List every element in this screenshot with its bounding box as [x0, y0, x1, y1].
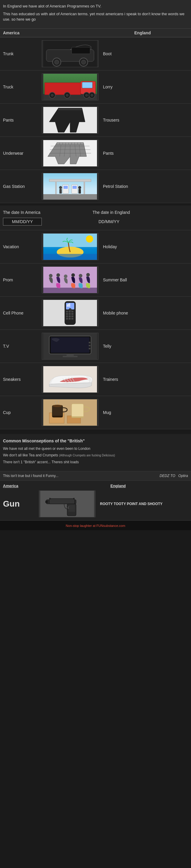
pants-image — [42, 106, 98, 133]
row-truck: Truck — [0, 70, 191, 104]
date-america-format: MM/DD/YY — [3, 218, 42, 225]
svg-rect-102 — [52, 416, 63, 417]
america-cup: Cup — [3, 410, 42, 415]
america-vacation: Vacation — [3, 244, 42, 249]
svg-point-57 — [86, 236, 93, 243]
svg-point-19 — [90, 94, 93, 97]
credits-dedz: DEDZ TO — [160, 474, 175, 478]
svg-rect-116 — [45, 501, 48, 503]
header-middle — [63, 30, 134, 35]
row-prom: Prom — [0, 264, 191, 297]
intro-section: In England we have alot of American Prog… — [0, 0, 191, 29]
svg-rect-71 — [69, 303, 70, 307]
misc-divider — [0, 429, 191, 434]
row-pants: Pants Trousers — [0, 104, 191, 137]
america-truck: Truck — [3, 85, 42, 89]
svg-rect-11 — [82, 82, 93, 88]
header-england: England — [134, 30, 188, 35]
svg-rect-79 — [69, 315, 71, 317]
gun-content-row: Gun — [3, 491, 188, 517]
prom-image — [42, 267, 98, 293]
america-gas-station: Gas Station — [3, 184, 42, 189]
svg-rect-31 — [57, 143, 84, 145]
svg-rect-43 — [55, 182, 57, 194]
vacation-image — [42, 233, 98, 260]
sneakers-image — [42, 366, 98, 393]
svg-point-49 — [59, 186, 62, 189]
england-holiday: Holiday — [98, 244, 188, 249]
svg-rect-69 — [67, 304, 68, 307]
svg-point-64 — [86, 273, 90, 277]
svg-rect-101 — [52, 405, 63, 417]
row-cup: Cup — [0, 396, 191, 429]
svg-point-17 — [85, 94, 88, 97]
svg-rect-21 — [58, 108, 82, 110]
america-pants: Pants — [3, 118, 42, 122]
misc-item-2: We don't all like Tea and Crumpets (Alth… — [3, 453, 188, 458]
gun-image — [39, 491, 96, 517]
table-header: America England — [0, 29, 191, 37]
america-underwear: Underwear — [3, 151, 42, 156]
svg-point-60 — [56, 273, 60, 277]
svg-rect-48 — [72, 186, 77, 189]
tv-icon — [42, 333, 98, 359]
row-gas-station: Gas Station — [0, 170, 191, 203]
cell-phone-image — [42, 300, 98, 327]
row-tv: T.V Telly — [0, 330, 191, 363]
svg-rect-42 — [49, 179, 91, 182]
svg-point-90 — [89, 342, 90, 343]
cup-image — [42, 399, 98, 426]
intro-line2: This has educated us with alot of Americ… — [3, 11, 188, 22]
misc-item-3: There isn't 1 "British" accent... Theres… — [3, 460, 188, 465]
footer-text: Non-stop laughter at FUNsubstance.com — [66, 524, 125, 527]
svg-point-84 — [69, 308, 72, 311]
date-america-header: The date In America — [3, 210, 93, 215]
svg-point-62 — [71, 273, 75, 277]
row-trunk: Trunk Boot — [0, 37, 191, 70]
svg-rect-56 — [43, 254, 97, 260]
england-trousers: Trousers — [98, 118, 188, 122]
trunk-icon — [42, 41, 98, 67]
svg-rect-77 — [71, 313, 73, 315]
svg-rect-76 — [69, 313, 71, 315]
gas-station-icon — [42, 173, 98, 199]
america-prom: Prom — [3, 278, 42, 282]
svg-rect-65 — [43, 288, 97, 293]
credits-row: This isn't true but i found it Funny... … — [0, 471, 191, 480]
underwear-image — [42, 140, 98, 167]
america-cell-phone: Cell Phone — [3, 311, 42, 315]
svg-rect-78 — [66, 315, 68, 317]
date-england-format: DD/MM/YY — [48, 219, 188, 224]
gas-station-image — [42, 173, 98, 200]
england-trainers: Trainers — [98, 377, 188, 382]
date-england-header: The date in England — [93, 210, 188, 215]
svg-rect-83 — [71, 318, 73, 319]
svg-point-13 — [51, 94, 54, 97]
svg-rect-118 — [49, 498, 51, 499]
svg-point-61 — [64, 275, 67, 278]
england-telly: Telly — [98, 344, 188, 348]
header-america: America — [3, 30, 63, 35]
sneakers-icon — [42, 366, 98, 393]
svg-rect-75 — [66, 313, 68, 315]
trunk-image — [42, 40, 98, 67]
england-pants: Pants — [98, 151, 188, 156]
cell-phone-icon — [42, 300, 98, 326]
svg-rect-117 — [73, 498, 74, 499]
vacation-icon — [42, 234, 98, 260]
gun-england-word: ROOTY TOOTY POINT AND SHOOTY — [96, 502, 188, 506]
svg-rect-88 — [67, 354, 74, 356]
tv-image — [42, 333, 98, 360]
credits-optira: Optira — [178, 474, 188, 478]
pants-icon — [42, 107, 98, 133]
footer: Non-stop laughter at FUNsubstance.com — [0, 521, 191, 530]
date-header-row: The date In America The date in England — [3, 210, 188, 215]
svg-rect-89 — [63, 356, 77, 357]
row-sneakers: Sneakers Trainers — [0, 363, 191, 396]
svg-rect-80 — [71, 315, 73, 317]
svg-rect-108 — [49, 498, 74, 504]
svg-rect-41 — [43, 194, 97, 199]
england-mobile-phone: Mobile phone — [98, 311, 188, 315]
america-tv: T.V — [3, 344, 42, 348]
svg-point-6 — [82, 60, 86, 64]
